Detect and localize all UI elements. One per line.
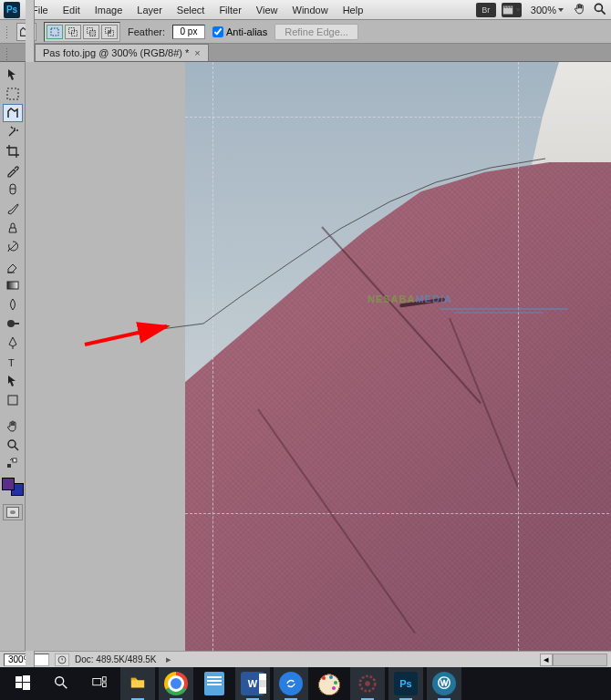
menu-image[interactable]: Image — [88, 2, 129, 18]
selection-intersect-button[interactable] — [101, 25, 118, 39]
photoshop-taskbar[interactable]: Ps — [388, 667, 423, 700]
status-bar: Doc: 489.5K/489.5K ▸ ◂ — [0, 651, 611, 667]
search-icon[interactable] — [593, 2, 607, 18]
antialias-checkbox[interactable]: Anti-alias — [212, 26, 267, 37]
file-explorer-taskbar[interactable] — [120, 667, 155, 700]
menu-bar: Ps File Edit Image Layer Select Filter V… — [0, 0, 611, 20]
menu-layer[interactable]: Layer — [130, 2, 169, 18]
healing-brush-tool[interactable] — [3, 180, 23, 199]
foreground-color-swatch[interactable] — [2, 478, 15, 490]
history-brush-tool[interactable] — [3, 238, 23, 256]
path-selection-tool[interactable] — [3, 372, 23, 390]
svg-rect-37 — [93, 679, 101, 685]
svg-rect-14 — [109, 30, 111, 33]
photoshop-logo-icon: Ps — [4, 2, 20, 18]
task-view-button[interactable] — [82, 667, 117, 700]
selection-add-button[interactable] — [65, 25, 81, 39]
selection-mode-group — [44, 22, 120, 42]
menu-filter[interactable]: Filter — [212, 2, 247, 18]
status-dropdown-icon[interactable]: ▸ — [166, 654, 171, 665]
tools-panel: T — [0, 62, 26, 651]
wordpress-taskbar[interactable]: ⓦ — [427, 667, 461, 700]
selection-subtract-button[interactable] — [83, 25, 99, 39]
svg-rect-0 — [503, 7, 513, 14]
clone-stamp-tool[interactable] — [3, 219, 23, 237]
marquee-tool[interactable] — [3, 85, 23, 103]
canvas-area[interactable]: NESABAMEDIA — [26, 62, 611, 651]
refine-edge-button[interactable]: Refine Edge... — [274, 24, 358, 40]
svg-rect-11 — [90, 30, 96, 36]
pen-tool[interactable] — [3, 334, 23, 352]
taskbar-search-button[interactable] — [44, 667, 78, 700]
brush-tool[interactable] — [3, 200, 23, 218]
svg-rect-33 — [16, 683, 22, 688]
svg-rect-7 — [51, 28, 58, 36]
options-bar-grip[interactable] — [2, 22, 13, 42]
shape-tool[interactable] — [3, 391, 23, 409]
scroll-right-button[interactable] — [553, 654, 607, 666]
hand-tool-icon[interactable] — [573, 2, 587, 18]
crop-tool[interactable] — [3, 142, 23, 160]
magic-wand-tool[interactable] — [3, 123, 23, 141]
svg-line-6 — [602, 10, 606, 14]
type-tool[interactable]: T — [3, 353, 23, 371]
mini-bridge-icon[interactable] — [502, 3, 522, 17]
status-info-icon[interactable] — [55, 654, 69, 666]
settings-taskbar[interactable] — [350, 667, 385, 700]
menu-window[interactable]: Window — [286, 2, 335, 18]
status-doc-info: Doc: 489.5K/489.5K — [75, 654, 157, 664]
zoom-tool[interactable] — [3, 436, 23, 454]
word-taskbar[interactable]: W — [235, 667, 270, 700]
eraser-tool[interactable] — [3, 257, 23, 275]
annotation-arrow-icon — [80, 313, 181, 358]
blur-tool[interactable] — [3, 295, 23, 314]
menu-select[interactable]: Select — [171, 2, 212, 18]
sync-app-taskbar[interactable] — [274, 667, 308, 700]
document-tab[interactable]: Pas foto.jpg @ 300% (RGB/8#) * × — [35, 44, 209, 61]
svg-point-21 — [7, 320, 15, 327]
feather-label: Feather: — [128, 26, 165, 37]
svg-rect-15 — [7, 88, 18, 99]
svg-rect-34 — [23, 683, 30, 690]
svg-rect-20 — [7, 282, 18, 289]
svg-rect-32 — [23, 675, 30, 682]
svg-point-42 — [365, 681, 370, 686]
svg-point-5 — [595, 4, 602, 11]
chrome-taskbar[interactable] — [159, 667, 193, 700]
start-button[interactable] — [5, 667, 40, 700]
gradient-tool[interactable] — [3, 276, 23, 294]
svg-line-26 — [15, 447, 18, 450]
svg-point-25 — [8, 440, 16, 448]
svg-point-16 — [14, 129, 16, 131]
document-tab-title: Pas foto.jpg @ 300% (RGB/8#) * — [43, 47, 189, 58]
swap-colors-icon[interactable] — [3, 455, 23, 473]
selection-new-button[interactable] — [47, 25, 63, 39]
document-tab-bar: Pas foto.jpg @ 300% (RGB/8#) * × — [0, 44, 611, 62]
menu-view[interactable]: View — [250, 2, 285, 18]
dodge-tool[interactable] — [3, 314, 23, 333]
lasso-tool[interactable] — [3, 104, 23, 122]
menu-help[interactable]: Help — [337, 2, 370, 18]
svg-rect-27 — [7, 464, 11, 468]
scroll-left-button[interactable]: ◂ — [540, 654, 553, 666]
svg-rect-31 — [16, 676, 22, 682]
hand-tool[interactable] — [3, 417, 23, 435]
tab-close-icon[interactable]: × — [194, 47, 200, 58]
workspace: T — [0, 62, 611, 651]
svg-point-35 — [56, 677, 64, 685]
paint-taskbar[interactable] — [312, 667, 347, 700]
feather-input[interactable] — [172, 25, 205, 39]
windows-taskbar: W Ps ⓦ — [0, 667, 611, 700]
tab-bar-grip[interactable] — [2, 46, 13, 62]
eyedropper-tool[interactable] — [3, 161, 23, 180]
color-swatches[interactable] — [2, 478, 24, 496]
menu-edit[interactable]: Edit — [57, 2, 87, 18]
notes-taskbar[interactable] — [197, 667, 232, 700]
quick-mask-button[interactable] — [3, 504, 23, 520]
bridge-icon[interactable]: Br — [476, 3, 496, 17]
zoom-level-display[interactable]: 300% — [527, 4, 567, 16]
move-tool[interactable] — [3, 66, 23, 84]
svg-rect-40 — [131, 678, 136, 681]
options-bar: Feather: Anti-alias Refine Edge... — [0, 20, 611, 44]
svg-line-29 — [85, 326, 167, 345]
